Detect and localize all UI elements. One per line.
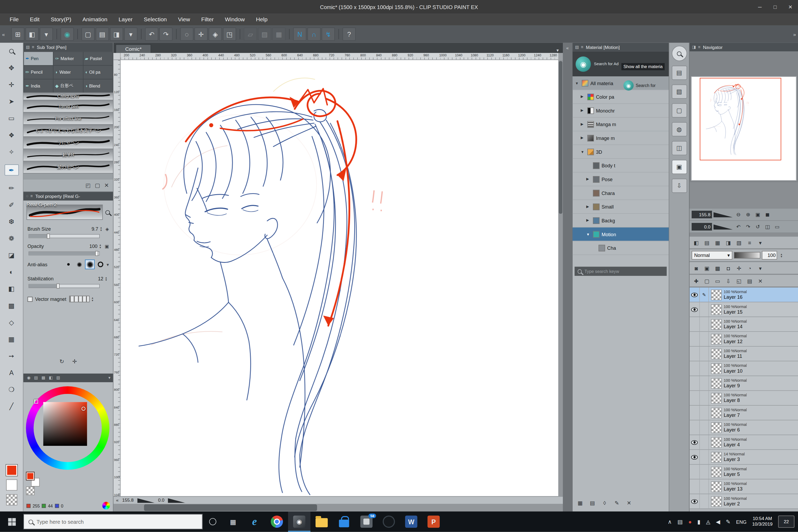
layer-visibility-cell[interactable] xyxy=(689,288,700,302)
animation-tab[interactable]: ▦ xyxy=(713,238,722,247)
color-set-icon[interactable] xyxy=(102,502,110,509)
operation-tool[interactable]: ➤ xyxy=(4,97,19,106)
vector-curve-icon[interactable]: ∩ xyxy=(307,27,321,41)
redo-icon[interactable]: ↷ xyxy=(159,27,173,41)
hidden-icons-chevron[interactable]: ∧ xyxy=(668,518,672,525)
brush-tool[interactable]: ✐ xyxy=(4,201,19,209)
eye-icon[interactable] xyxy=(691,499,698,504)
transparent-color-chip[interactable] xyxy=(6,494,17,506)
brush-item-r[interactable]: 鉛筆R xyxy=(23,149,113,162)
zoom-in-icon[interactable]: ⊕ xyxy=(744,210,752,219)
layer-row-layer-9[interactable]: 100 %NormalLayer 9 xyxy=(689,376,798,391)
menu-item-edit[interactable]: Edit xyxy=(24,14,45,25)
battery-icon[interactable]: ▮ xyxy=(697,518,700,525)
subtool-tab-pencil[interactable]: ✏Pencil xyxy=(24,66,53,79)
stabilization-spinner[interactable]: ▲▼ xyxy=(105,276,107,281)
panel-list-icon[interactable]: ▤ xyxy=(26,45,30,49)
subtool-tab-oil-pa[interactable]: ◖Oil pa xyxy=(83,66,113,79)
material-tree-monochr[interactable]: ▶Monochr xyxy=(572,104,669,118)
subtool-tab-pen[interactable]: ✒Pen xyxy=(24,52,53,65)
material-tree-3d[interactable]: ▼3D xyxy=(572,145,669,159)
canvas-v-scrollbar[interactable] xyxy=(558,60,563,496)
layer-thumbnail[interactable] xyxy=(711,496,722,507)
airbrush-tool[interactable]: ❆ xyxy=(4,217,19,226)
layer-opacity-spinner[interactable]: ▲▼ xyxy=(780,253,783,258)
flip-view-icon[interactable]: ◧ xyxy=(25,27,39,41)
material-edit-icon[interactable]: ✎ xyxy=(612,498,621,507)
windows-ink-icon[interactable]: ✎ xyxy=(726,518,731,525)
layer-thumbnail[interactable] xyxy=(711,422,722,433)
layer-thumbnail[interactable] xyxy=(711,349,722,359)
menu-item-file[interactable]: File xyxy=(4,14,24,25)
lock-menu-icon[interactable]: ▾ xyxy=(756,263,765,272)
layer-visibility-cell[interactable] xyxy=(689,465,700,479)
tree-arrow-icon[interactable]: ▼ xyxy=(586,232,591,236)
layer-color-icon[interactable]: ◔ xyxy=(745,263,754,272)
material-download-icon[interactable]: ⇩ xyxy=(672,179,687,193)
palette-menu-icon[interactable]: ▾ xyxy=(756,238,765,247)
brush-size-value[interactable]: 9.7 xyxy=(92,226,98,231)
layer-opacity-value[interactable]: 100 xyxy=(762,251,777,260)
layer-property-tab[interactable]: ▤ xyxy=(702,238,711,247)
selection-tool[interactable]: ▭ xyxy=(4,114,19,123)
snap-to-special-ruler-icon[interactable]: ✛ xyxy=(194,27,208,41)
menu-item-view[interactable]: View xyxy=(172,14,195,25)
open-folder-icon-2[interactable]: ▧ xyxy=(672,84,687,99)
material-search-icon[interactable] xyxy=(672,46,687,61)
anti-alias-strong-option[interactable] xyxy=(97,260,105,269)
eyedropper-tool[interactable]: ✧ xyxy=(4,148,19,156)
menu-item-animation[interactable]: Animation xyxy=(77,14,113,25)
layer-mask-icon[interactable]: ▤ xyxy=(745,276,754,285)
language-indicator[interactable]: ENG xyxy=(736,519,746,525)
thumb-large-icon[interactable]: ▦ xyxy=(576,498,585,507)
view-dropdown-icon[interactable]: ▾ xyxy=(40,27,53,41)
panel-menu-icon[interactable]: ≡ xyxy=(30,194,33,198)
actual-size-icon[interactable]: ◼ xyxy=(763,210,772,219)
transfer-down-icon[interactable]: ⇩ xyxy=(724,276,733,285)
page-manager-icon[interactable]: ◨ xyxy=(110,27,123,41)
layer-visibility-cell[interactable] xyxy=(689,376,700,391)
new-raster-layer-icon[interactable]: ✚ xyxy=(691,276,701,285)
brush-item-item[interactable]: うにゃペン xyxy=(23,137,113,149)
opacity-value[interactable]: 100 xyxy=(89,243,97,249)
start-button[interactable] xyxy=(0,512,23,532)
layer-visibility-cell[interactable] xyxy=(689,302,700,317)
navigator-zoom-value[interactable]: 155.8 xyxy=(691,211,712,218)
layer-visibility-cell[interactable] xyxy=(689,406,700,420)
layer-row-layer-7[interactable]: 100 %NormalLayer 7 xyxy=(689,406,798,420)
blend-tool[interactable]: ◐ xyxy=(4,268,19,277)
snap-to-grid-icon[interactable]: ◈ xyxy=(209,27,222,41)
layer-row-layer-4[interactable]: 100 %NormalLayer 4 xyxy=(689,435,798,450)
menu-item-selection[interactable]: Selection xyxy=(138,14,172,25)
eye-icon[interactable] xyxy=(691,307,698,312)
new-vector-layer-icon[interactable]: ▢ xyxy=(702,276,711,285)
material-paste-icon[interactable]: ▣ xyxy=(672,160,687,174)
layer-visibility-cell[interactable] xyxy=(689,435,700,450)
vector-line-icon[interactable]: N xyxy=(293,27,306,41)
panel-menu-icon[interactable]: ≡ xyxy=(581,45,583,49)
material-tree-motion[interactable]: ▼Motion xyxy=(572,227,669,241)
subtool-tab-marker[interactable]: ✑Marker xyxy=(54,52,83,65)
layer-visibility-cell[interactable] xyxy=(689,361,700,376)
layer-thumbnail[interactable] xyxy=(711,334,722,344)
blend-mode-select[interactable]: Normal ▾ xyxy=(691,251,732,260)
reset-tool-icon[interactable]: ↻ xyxy=(59,358,64,365)
navigator-rotation-slider[interactable] xyxy=(714,224,733,229)
taskbar-app-dark-circle-app[interactable] xyxy=(378,512,400,532)
tree-arrow-icon[interactable]: ▼ xyxy=(581,150,585,153)
text-tool[interactable]: A xyxy=(4,368,19,377)
lock-transparent-pixels-icon[interactable]: ▩ xyxy=(713,263,722,272)
opacity-square-icon[interactable]: ▣ xyxy=(104,243,109,248)
delete-subtool-icon[interactable]: ✕ xyxy=(104,182,109,189)
vector-magnet-checkbox[interactable] xyxy=(27,296,33,301)
color-panel-menu-icon[interactable]: ▾ xyxy=(108,376,110,380)
tree-arrow-icon[interactable]: ▶ xyxy=(581,122,585,126)
clock[interactable]: 10:54 AM 10/3/2019 xyxy=(752,516,773,527)
document-tab[interactable]: Comic* xyxy=(115,44,151,53)
layer-thumbnail[interactable] xyxy=(711,437,722,448)
layer-row-layer-15[interactable]: 100 %NormalLayer 15 xyxy=(689,302,798,317)
tree-arrow-icon[interactable]: ▼ xyxy=(575,81,580,84)
gradient-tool[interactable]: ▩ xyxy=(4,301,19,310)
stabilization-slider[interactable] xyxy=(28,284,100,288)
layer-thumbnail[interactable] xyxy=(711,290,722,300)
